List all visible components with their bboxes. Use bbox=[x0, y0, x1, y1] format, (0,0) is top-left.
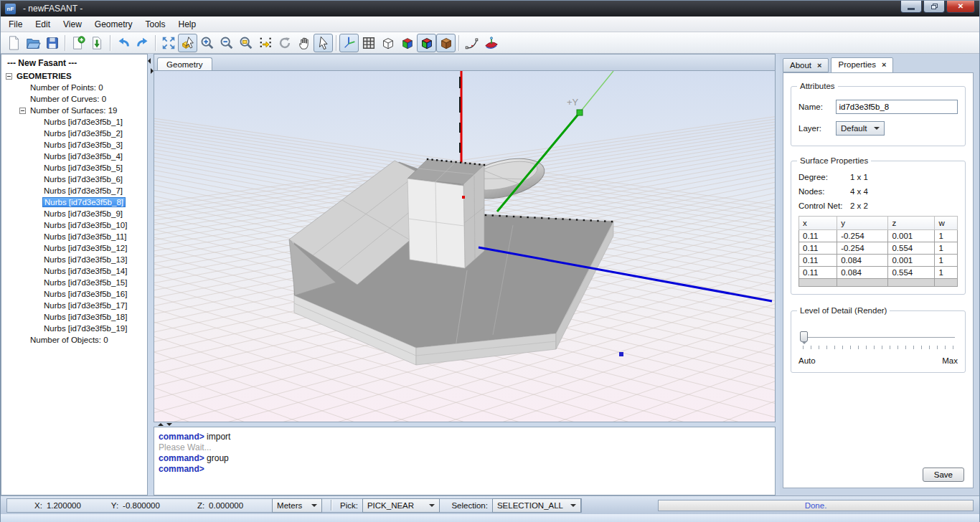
command-console[interactable]: command> importPlease Wait...command> gr… bbox=[154, 427, 776, 495]
tree-item-label[interactable]: Nurbs [id7d3e3f5b_1] bbox=[42, 118, 124, 126]
zoom-window-button[interactable] bbox=[236, 34, 255, 52]
tree-item-label[interactable]: Nurbs [id7d3e3f5b_14] bbox=[42, 267, 128, 275]
tree-item[interactable]: Nurbs [id7d3e3f5b_4] bbox=[1, 151, 147, 162]
table-cell[interactable]: 0.554 bbox=[888, 242, 935, 255]
save-button[interactable]: Save bbox=[923, 468, 964, 482]
fit-view-button[interactable] bbox=[159, 34, 178, 52]
lod-slider-thumb[interactable] bbox=[800, 331, 808, 342]
tree-item-label[interactable]: Nurbs [id7d3e3f5b_6] bbox=[42, 175, 124, 184]
tab-about-close-icon[interactable]: × bbox=[817, 61, 821, 70]
tab-properties-close-icon[interactable]: × bbox=[882, 60, 886, 69]
table-header-y[interactable]: y bbox=[837, 217, 888, 230]
tree-expander-icon[interactable] bbox=[6, 73, 12, 80]
tree-item[interactable]: Nurbs [id7d3e3f5b_19] bbox=[1, 323, 147, 334]
tree-item[interactable]: Number of Curves: 0 bbox=[1, 93, 147, 105]
tree-item[interactable]: Nurbs [id7d3e3f5b_3] bbox=[1, 139, 147, 151]
tree-item[interactable]: Nurbs [id7d3e3f5b_12] bbox=[1, 242, 147, 254]
table-cell[interactable]: 0.11 bbox=[798, 267, 837, 279]
tree-item[interactable]: Nurbs [id7d3e3f5b_16] bbox=[1, 288, 147, 300]
tree-item-label[interactable]: Number of Objects: 0 bbox=[29, 336, 110, 344]
tree-item[interactable]: Nurbs [id7d3e3f5b_2] bbox=[1, 128, 147, 139]
units-select[interactable]: Meters bbox=[272, 498, 322, 513]
tree-item-label[interactable]: Nurbs [id7d3e3f5b_18] bbox=[42, 313, 128, 321]
tree-item[interactable]: Nurbs [id7d3e3f5b_8] bbox=[1, 196, 147, 208]
save-file-button[interactable] bbox=[42, 34, 62, 52]
tree-item[interactable]: Nurbs [id7d3e3f5b_17] bbox=[1, 300, 147, 311]
grid-view-button[interactable] bbox=[359, 34, 378, 52]
table-cell[interactable]: 1 bbox=[935, 267, 958, 279]
menu-edit[interactable]: Edit bbox=[29, 17, 57, 32]
tree-item[interactable]: Nurbs [id7d3e3f5b_11] bbox=[1, 231, 147, 242]
table-header-w[interactable]: w bbox=[935, 217, 958, 230]
tree-item[interactable]: Number of Objects: 0 bbox=[1, 334, 147, 346]
pan-view-button[interactable] bbox=[294, 34, 314, 52]
layer-select[interactable]: Default bbox=[836, 121, 885, 136]
table-cell[interactable]: 0.001 bbox=[888, 255, 935, 267]
table-cell[interactable]: 1 bbox=[935, 255, 958, 267]
tree-item-label[interactable]: Nurbs [id7d3e3f5b_12] bbox=[42, 244, 128, 252]
new-file-button[interactable] bbox=[4, 34, 23, 52]
table-cell[interactable]: 1 bbox=[935, 230, 958, 242]
tree-item[interactable]: Nurbs [id7d3e3f5b_6] bbox=[1, 174, 147, 185]
select-geometry-button[interactable] bbox=[178, 34, 197, 52]
swap-visibility-button[interactable] bbox=[255, 34, 275, 52]
redo-button[interactable] bbox=[133, 34, 152, 52]
control-points-table[interactable]: xyzw0.11-0.2540.00110.11-0.2540.55410.11… bbox=[798, 216, 958, 287]
tree-item[interactable]: Number of Surfaces: 19 bbox=[1, 105, 147, 116]
menu-file[interactable]: File bbox=[2, 17, 29, 32]
tree-item[interactable]: Nurbs [id7d3e3f5b_1] bbox=[1, 116, 147, 128]
axes-view-button[interactable] bbox=[339, 34, 359, 52]
tree-item-label[interactable]: Nurbs [id7d3e3f5b_19] bbox=[42, 324, 128, 333]
tree-item-label[interactable]: Number of Curves: 0 bbox=[29, 95, 108, 103]
tree-item[interactable]: Nurbs [id7d3e3f5b_10] bbox=[1, 219, 147, 231]
tree-item-label[interactable]: Nurbs [id7d3e3f5b_16] bbox=[42, 290, 128, 298]
table-cell[interactable]: 0.11 bbox=[798, 255, 837, 267]
table-row[interactable]: 0.11-0.2540.0011 bbox=[798, 230, 957, 242]
menu-geometry[interactable]: Geometry bbox=[88, 17, 139, 32]
pointer-select-button[interactable] bbox=[314, 34, 333, 52]
table-cell[interactable]: 0.084 bbox=[837, 255, 888, 267]
table-row[interactable]: 0.110.0840.0011 bbox=[798, 255, 957, 267]
table-header-x[interactable]: x bbox=[798, 217, 837, 230]
tree-item-label[interactable]: Nurbs [id7d3e3f5b_4] bbox=[42, 152, 124, 161]
table-row[interactable]: 0.110.0840.5541 bbox=[798, 267, 957, 279]
rotate-view-button[interactable] bbox=[275, 34, 294, 52]
3d-viewport[interactable]: +Y bbox=[154, 70, 776, 422]
table-cell[interactable]: 0.001 bbox=[888, 230, 935, 242]
table-cell[interactable]: 1 bbox=[935, 242, 958, 255]
menu-help[interactable]: Help bbox=[172, 17, 203, 32]
open-file-button[interactable] bbox=[23, 34, 42, 52]
tree-item[interactable]: Nurbs [id7d3e3f5b_5] bbox=[1, 162, 147, 174]
tree-item[interactable]: Nurbs [id7d3e3f5b_7] bbox=[1, 185, 147, 196]
selection-select[interactable]: SELECTION_ALL bbox=[492, 498, 581, 513]
tab-geometry[interactable]: Geometry bbox=[157, 57, 212, 70]
tree-expander-icon[interactable] bbox=[19, 108, 26, 114]
close-button[interactable]: ✕ bbox=[946, 1, 975, 13]
table-cell[interactable]: 0.084 bbox=[837, 267, 888, 279]
tab-properties[interactable]: Properties × bbox=[831, 57, 893, 73]
left-splitter[interactable] bbox=[148, 54, 154, 495]
tree-item-label[interactable]: Nurbs [id7d3e3f5b_15] bbox=[42, 278, 128, 287]
name-input[interactable] bbox=[836, 100, 958, 114]
menu-tools[interactable]: Tools bbox=[139, 17, 172, 32]
tree-item-label[interactable]: Nurbs [id7d3e3f5b_9] bbox=[42, 209, 124, 218]
tree-item[interactable]: Nurbs [id7d3e3f5b_15] bbox=[1, 277, 147, 288]
tree-item-label[interactable]: Nurbs [id7d3e3f5b_13] bbox=[42, 255, 128, 264]
tree-item-label[interactable]: Nurbs [id7d3e3f5b_17] bbox=[42, 301, 128, 310]
wireframe-mode-button[interactable] bbox=[378, 34, 397, 52]
textured-mode-button[interactable] bbox=[436, 34, 456, 52]
table-row[interactable]: 0.11-0.2540.5541 bbox=[798, 242, 957, 255]
tree-item-label[interactable]: Nurbs [id7d3e3f5b_3] bbox=[42, 141, 124, 149]
tree-item-label[interactable]: Nurbs [id7d3e3f5b_5] bbox=[42, 163, 124, 172]
zoom-out-button[interactable] bbox=[217, 34, 236, 52]
tree-item[interactable]: Nurbs [id7d3e3f5b_18] bbox=[1, 311, 147, 323]
tree-item-label[interactable]: Number of Surfaces: 19 bbox=[29, 106, 118, 115]
tree-item[interactable]: Number of Points: 0 bbox=[1, 82, 147, 93]
table-cell[interactable]: 0.554 bbox=[888, 267, 935, 279]
import-model-button[interactable] bbox=[88, 34, 107, 52]
console-splitter[interactable] bbox=[154, 422, 776, 427]
tree-item-label[interactable]: Number of Points: 0 bbox=[29, 83, 105, 92]
surface-tool-button[interactable] bbox=[481, 34, 501, 52]
pick-select[interactable]: PICK_NEAR bbox=[362, 498, 440, 513]
box-surface[interactable] bbox=[407, 159, 484, 268]
